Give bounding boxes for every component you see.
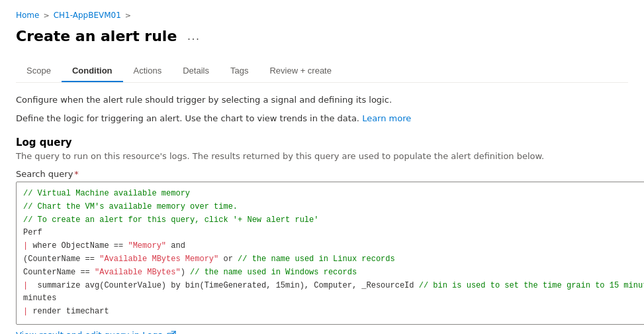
code-render: render timechart <box>28 307 109 316</box>
search-query-label: Search query* <box>16 169 628 179</box>
code-memory-str: "Memory" <box>128 241 166 250</box>
breadcrumb: Home > CH1-AppBEVM01 > <box>16 11 628 20</box>
external-link-icon <box>166 330 177 334</box>
query-wrapper: // Virtual Machine available memory // C… <box>16 182 644 325</box>
code-counter: CounterName == <box>23 268 95 277</box>
learn-more-link[interactable]: Learn more <box>362 113 411 123</box>
page-title-row: Create an alert rule ... <box>16 28 628 44</box>
tab-scope[interactable]: Scope <box>16 60 62 82</box>
code-summarize: summarize avg(CounterValue) by bin(TimeG… <box>28 281 419 290</box>
description-2: Define the logic for triggering an alert… <box>16 112 628 125</box>
view-result-link[interactable]: View result and edit query in Logs <box>16 330 162 334</box>
code-linux-str: "Available MBytes Memory" <box>99 254 218 264</box>
description-1: Configure when the alert rule should tri… <box>16 93 628 107</box>
log-query-subtitle: The query to run on this resource's logs… <box>16 151 628 161</box>
query-row: // Virtual Machine available memory // C… <box>16 182 628 325</box>
more-options-button[interactable]: ... <box>183 29 204 44</box>
breadcrumb-sep-1: > <box>43 11 49 20</box>
code-comment-bin: // bin is used to set the time grain to … <box>419 281 644 290</box>
code-win-str: "Available MBytes" <box>95 268 181 277</box>
code-where: where ObjectName == <box>28 241 128 250</box>
tab-condition[interactable]: Condition <box>62 60 123 82</box>
code-minutes: minutes <box>23 294 56 303</box>
breadcrumb-resource[interactable]: CH1-AppBEVM01 <box>54 11 121 20</box>
code-line-1: // Virtual Machine available memory // C… <box>23 189 318 225</box>
description-2-text: Define the logic for triggering an alert… <box>16 113 359 123</box>
search-query-input[interactable]: // Virtual Machine available memory // C… <box>16 182 644 325</box>
code-paren: ) <box>181 268 190 277</box>
tab-review-create[interactable]: Review + create <box>259 60 342 82</box>
code-content: // Virtual Machine available memory // C… <box>23 188 644 319</box>
tab-tags[interactable]: Tags <box>220 60 259 82</box>
tab-details[interactable]: Details <box>172 60 220 82</box>
code-perf: Perf <box>23 228 42 237</box>
log-query-title: Log query <box>16 137 628 148</box>
code-comment-win: // the name used in Windows records <box>190 268 357 277</box>
tab-bar: Scope Condition Actions Details Tags Rev… <box>16 60 628 83</box>
tab-actions[interactable]: Actions <box>123 60 173 82</box>
view-link-row: View result and edit query in Logs <box>16 330 628 334</box>
code-or: or <box>218 254 238 264</box>
required-indicator: * <box>74 169 79 179</box>
breadcrumb-home[interactable]: Home <box>16 11 39 20</box>
search-query-label-text: Search query <box>16 169 73 179</box>
page-title: Create an alert rule <box>16 28 177 44</box>
code-comment-linux: // the name used in Linux records <box>238 254 395 264</box>
breadcrumb-sep-2: > <box>125 11 131 20</box>
